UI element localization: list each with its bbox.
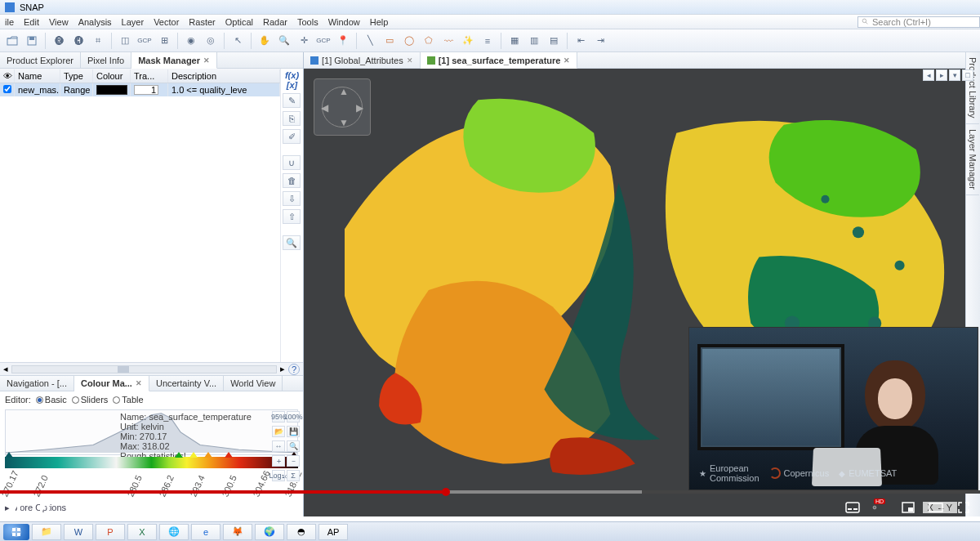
grad-handle[interactable] [204,452,212,458]
nav-down-icon[interactable]: ▼ [339,117,349,128]
close-icon[interactable]: ✕ [564,56,570,65]
radio-table[interactable]: Table [113,395,143,405]
close-icon[interactable]: ✕ [136,379,142,387]
tab-product-library[interactable]: Product Library [966,52,979,124]
play-button[interactable] [8,499,24,516]
tb-pin-icon[interactable]: 📍 [334,32,352,50]
menu-vector[interactable]: Vector [149,17,184,27]
progress-bar[interactable] [0,490,980,494]
start-button[interactable] [3,524,29,540]
task-excel-icon[interactable]: X [127,524,157,540]
menu-window[interactable]: Window [323,17,365,27]
gradient-bar[interactable] [5,457,298,468]
menu-tools[interactable]: Tools [292,17,323,27]
mask-tool-union-icon[interactable]: ∪ [283,155,301,170]
task-snap-icon[interactable]: AP [318,524,348,540]
row-visible-checkbox[interactable] [3,85,11,93]
volume-button[interactable] [64,499,80,516]
tb-nav1-icon[interactable]: ⇤ [572,32,590,50]
task-globe-icon[interactable]: 🌍 [255,524,284,540]
task-chrome-icon[interactable]: 🌐 [159,524,189,540]
row-colour-swatch[interactable] [96,85,127,95]
tb-drawrect-icon[interactable]: ▭ [381,32,399,50]
settings-button[interactable]: HD [872,499,889,516]
mask-tool-import-icon[interactable]: ⇩ [283,191,301,206]
zoom-hist-icon[interactable]: 🔍 [287,440,300,452]
navigation-compass[interactable]: ▲ ▼ ◀ ▶ [314,78,371,136]
palette-save-icon[interactable]: 💾 [287,426,300,437]
palette-open-icon[interactable]: 📂 [272,426,285,437]
tab-sst[interactable]: [1] sea_surface_temperature✕ [421,52,578,69]
zoom-in-icon[interactable]: ＋ [272,455,285,467]
tab-global-attributes[interactable]: [1] Global_Attributes✕ [304,52,421,68]
task-ie-icon[interactable]: e [191,524,220,540]
tb-drawpath-icon[interactable]: 〰 [439,32,457,50]
table-row[interactable]: new_mas... Range 1 1.0 <= quality_leve [0,83,280,96]
progress-knob[interactable] [442,488,450,496]
grad-handle[interactable] [189,452,198,458]
tab-product-explorer[interactable]: Product Explorer [0,52,81,68]
col-transparency[interactable]: Tra... [131,69,168,83]
col-colour[interactable]: Colour [93,69,131,83]
tb-layout3-icon[interactable]: ▤ [545,32,563,50]
btn-100pct[interactable]: 100% [287,411,300,423]
tb-save-icon[interactable] [23,32,41,50]
tb-gcp-icon[interactable]: GCP [136,32,154,50]
help-icon[interactable]: ? [288,364,300,375]
scroll-left-icon[interactable]: ◂ [3,364,8,374]
menu-layer[interactable]: Layer [117,17,149,27]
tab-layer-manager[interactable]: Layer Manager [966,124,979,195]
mask-tool-zoom-icon[interactable]: 🔍 [283,235,301,250]
tb-mosaic-icon[interactable]: ⊞ [155,32,173,50]
log-toggle[interactable]: Log₁₀ [272,470,285,481]
task-obs-icon[interactable]: ◓ [287,524,316,540]
tb-layout2-icon[interactable]: ▥ [525,32,543,50]
task-explorer-icon[interactable]: 📁 [32,524,61,540]
tab-pixel-info[interactable]: Pixel Info [81,52,131,68]
tb-cursor-icon[interactable]: ↖ [229,32,247,50]
tb-pan-icon[interactable]: ✋ [256,32,274,50]
tb-drawpoly-icon[interactable]: ⬠ [420,32,438,50]
view-max-icon[interactable]: □ [962,69,973,81]
close-icon[interactable]: ✕ [203,56,210,65]
miniplayer-button[interactable] [900,499,916,516]
grad-handle[interactable] [225,452,233,458]
grad-handle-min[interactable] [5,452,13,458]
nav-up-icon[interactable]: ▲ [339,86,349,97]
grad-handle[interactable] [175,452,183,458]
auto-stretch-icon[interactable]: ↔ [272,440,285,452]
menu-analysis[interactable]: Analysis [74,17,117,27]
tb-reproject-icon[interactable]: ◫ [116,32,134,50]
view-prev-icon[interactable]: ◂ [923,69,934,81]
subtitles-button[interactable] [844,499,861,516]
tb-gcptool-icon[interactable]: GCP [314,32,332,50]
view-dropdown-icon[interactable]: ▾ [949,69,960,81]
menu-edit[interactable]: Edit [19,17,44,27]
tab-uncertainty[interactable]: Uncertainty V... [149,376,224,391]
task-ppt-icon[interactable]: P [96,524,125,540]
close-icon[interactable]: ✕ [407,56,413,65]
tb-filter-icon[interactable]: ⌗ [89,32,107,50]
tb-crosshair-icon[interactable]: ✛ [295,32,313,50]
tb-wand-icon[interactable]: ✨ [459,32,477,50]
menu-file[interactable]: ile [0,17,19,27]
histogram[interactable]: Name: sea_surface_temperature Unit: kelv… [5,409,298,455]
tb-layout1-icon[interactable]: ▦ [506,32,523,50]
stats-icon[interactable]: Σ [287,470,300,481]
scroll-track[interactable] [11,365,277,373]
tab-navigation[interactable]: Navigation - [... [0,376,74,391]
tb-range-icon[interactable]: ≡ [479,32,497,50]
view-next-icon[interactable]: ▸ [936,69,947,81]
menu-view[interactable]: View [44,17,74,27]
tb-nav2-icon[interactable]: ⇥ [591,32,609,50]
tab-world-view[interactable]: World View [224,376,283,391]
theater-button[interactable] [928,499,944,516]
tab-colour-manipulation[interactable]: Colour Ma...✕ [74,376,149,391]
tb-open-icon[interactable] [3,32,21,50]
task-firefox-icon[interactable]: 🦊 [223,524,252,540]
mask-tool-delete-icon[interactable]: 🗑 [283,173,301,188]
col-description[interactable]: Description [168,69,280,83]
menu-help[interactable]: Help [365,17,394,27]
menu-raster[interactable]: Raster [184,17,220,27]
volume-slider[interactable] [91,507,129,509]
